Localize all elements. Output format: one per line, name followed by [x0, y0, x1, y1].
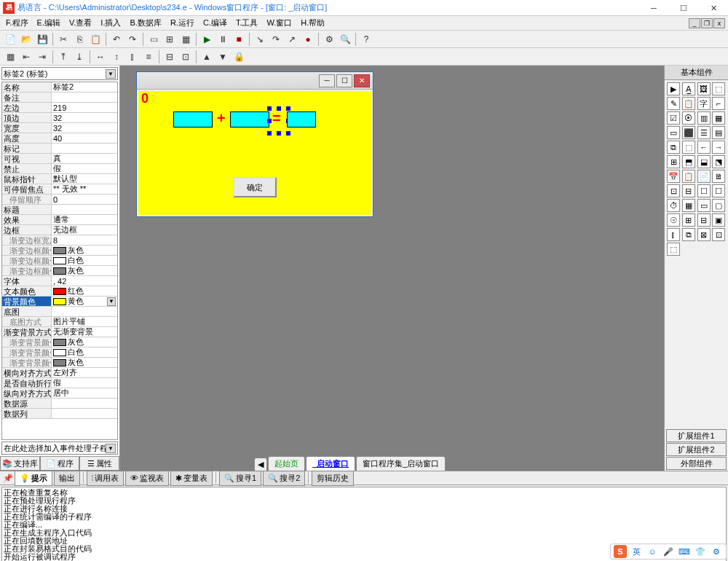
- doc-tab[interactable]: 窗口程序集_启动窗口: [356, 456, 446, 471]
- out-tab-tips[interactable]: 💡 提示: [15, 471, 52, 486]
- palette-component-28[interactable]: ⊡: [667, 184, 680, 197]
- prop-value[interactable]: 白色: [52, 348, 117, 357]
- palette-expand-2[interactable]: 扩展组件2: [666, 443, 727, 456]
- prop-row[interactable]: 边框无边框: [2, 225, 117, 235]
- grid-icon[interactable]: ▦: [178, 32, 193, 47]
- menu-database[interactable]: B.数据库: [127, 16, 164, 30]
- minimize-button[interactable]: ─: [639, 0, 668, 16]
- prop-value[interactable]: 无边框: [52, 225, 117, 235]
- palette-component-18[interactable]: ←: [697, 141, 711, 154]
- align-top-icon[interactable]: ⤒: [56, 50, 71, 64]
- prop-value[interactable]: 白色: [52, 256, 117, 265]
- bring-front-icon[interactable]: ▲: [199, 50, 214, 64]
- prop-value[interactable]: ** 无效 **: [52, 184, 117, 194]
- prop-row[interactable]: 底图方式图片平铺: [2, 317, 117, 327]
- ime-brand-icon[interactable]: S: [614, 545, 627, 558]
- prop-value[interactable]: 219: [52, 103, 117, 112]
- prop-value[interactable]: 灰色: [52, 337, 117, 347]
- prop-row[interactable]: 横向对齐方式左对齐: [2, 368, 117, 378]
- tab-program[interactable]: 📄 程序: [40, 457, 80, 471]
- cut-icon[interactable]: ✂: [56, 32, 71, 47]
- palette-component-26[interactable]: 📄: [697, 170, 711, 183]
- palette-component-5[interactable]: 📋: [682, 97, 695, 110]
- undo-icon[interactable]: ↶: [109, 32, 124, 47]
- ok-button[interactable]: 确定: [233, 177, 277, 197]
- palette-component-20[interactable]: ⊞: [667, 155, 680, 168]
- out-tab-callstack[interactable]: ⦙ 调用表: [87, 471, 124, 486]
- lock-icon[interactable]: 🔒: [232, 50, 246, 64]
- plus-label[interactable]: +: [217, 110, 226, 127]
- prop-row[interactable]: 效果通常: [2, 215, 117, 225]
- event-combo[interactable]: 在此处选择加入事件处理子程序: [1, 442, 118, 455]
- cyan-box-3[interactable]: [287, 111, 316, 128]
- prop-row[interactable]: 可停留焦点** 无效 **: [2, 184, 117, 195]
- open-icon[interactable]: 📂: [19, 32, 33, 47]
- vspace-icon[interactable]: ≡: [141, 50, 156, 64]
- prop-value[interactable]: [52, 144, 117, 153]
- menu-tools[interactable]: T.工具: [233, 16, 261, 30]
- palette-component-32[interactable]: ⏱: [667, 199, 680, 212]
- cyan-box-1[interactable]: [173, 111, 213, 128]
- menu-program[interactable]: F.程序: [3, 16, 31, 30]
- palette-component-7[interactable]: ⌐: [712, 97, 725, 110]
- palette-component-17[interactable]: ⬚: [682, 141, 695, 154]
- palette-component-37[interactable]: ⊞: [682, 213, 695, 227]
- prop-value[interactable]: 真: [52, 154, 117, 163]
- menu-edit[interactable]: E.编辑: [34, 16, 63, 30]
- palette-component-12[interactable]: ▭: [667, 126, 680, 139]
- palette-component-35[interactable]: ▢: [712, 199, 725, 212]
- new-icon[interactable]: 📄: [3, 32, 17, 47]
- align-left-icon[interactable]: ⇤: [19, 50, 33, 64]
- palette-component-13[interactable]: ⬛: [682, 126, 695, 139]
- prop-value[interactable]: 灰色: [52, 358, 117, 367]
- maximize-button[interactable]: ☐: [669, 0, 698, 16]
- ime-smile-icon[interactable]: ☺: [646, 545, 659, 558]
- palette-component-43[interactable]: ⊡: [712, 228, 725, 241]
- palette-component-40[interactable]: ⫿: [667, 228, 680, 241]
- prop-value[interactable]: 通常: [52, 215, 117, 224]
- palette-component-11[interactable]: ▦: [712, 111, 725, 125]
- property-grid[interactable]: 名称标签2备注左边219顶边32宽度32高度40标记可视真禁止假鼠标指针默认型可…: [1, 82, 118, 440]
- palette-component-22[interactable]: ⬓: [697, 155, 711, 168]
- prop-row[interactable]: 渐变边框颜色1灰色: [2, 246, 117, 256]
- palette-expand-1[interactable]: 扩展组件1: [666, 429, 727, 442]
- dw-close-icon[interactable]: ✕: [354, 74, 370, 87]
- menu-run[interactable]: R.运行: [167, 16, 197, 30]
- prop-value[interactable]: 居中: [52, 388, 117, 398]
- prop-row[interactable]: 字体, 42: [2, 276, 117, 286]
- palette-component-38[interactable]: ⊟: [697, 213, 711, 227]
- stop-icon[interactable]: ■: [232, 32, 246, 47]
- prop-value[interactable]: 黄色▼: [52, 297, 117, 306]
- tab-support-lib[interactable]: 📚 支持库: [0, 457, 40, 471]
- menu-view[interactable]: V.查看: [66, 16, 95, 30]
- object-combo[interactable]: 标签2 (标签): [1, 67, 118, 80]
- prop-value[interactable]: 灰色: [52, 246, 117, 255]
- find-icon[interactable]: 🔍: [338, 32, 352, 47]
- prop-value[interactable]: 32: [52, 123, 117, 133]
- same-width-icon[interactable]: ↔: [93, 50, 108, 64]
- palette-component-39[interactable]: ▣: [712, 213, 725, 227]
- menu-insert[interactable]: I.插入: [98, 16, 124, 30]
- send-back-icon[interactable]: ▼: [215, 50, 230, 64]
- palette-title[interactable]: 基本组件: [665, 66, 728, 80]
- pause-icon[interactable]: ⏸: [215, 32, 230, 47]
- palette-component-44[interactable]: ⬚: [667, 243, 680, 256]
- prop-row[interactable]: 宽度32: [2, 123, 117, 133]
- prop-row[interactable]: 是否自动折行假: [2, 378, 117, 388]
- step-out-icon[interactable]: ↗: [285, 32, 299, 47]
- menu-window[interactable]: W.窗口: [264, 16, 295, 30]
- dropdown-icon[interactable]: ▼: [107, 297, 116, 306]
- ime-bar[interactable]: S 英 ☺ 🎤 ⌨ 👕 ⚙: [610, 544, 727, 560]
- prop-value[interactable]: [52, 205, 117, 214]
- palette-component-4[interactable]: ✎: [667, 97, 680, 110]
- palette-component-29[interactable]: ⊟: [682, 184, 695, 197]
- palette-component-14[interactable]: ☰: [697, 126, 711, 139]
- ime-keyboard-icon[interactable]: ⌨: [678, 545, 691, 558]
- doc-tab[interactable]: _启动窗口: [306, 456, 355, 471]
- prop-row[interactable]: 渐变边框宽度8: [2, 235, 117, 246]
- doc-tab[interactable]: 起始页: [268, 456, 305, 471]
- palette-component-3[interactable]: ⬚: [712, 82, 725, 95]
- redo-icon[interactable]: ↷: [125, 32, 140, 47]
- prop-value[interactable]: 左对齐: [52, 368, 117, 377]
- design-canvas[interactable]: ─ ☐ ✕ 0 + = 确定 ◀ 起始页_启: [120, 66, 664, 471]
